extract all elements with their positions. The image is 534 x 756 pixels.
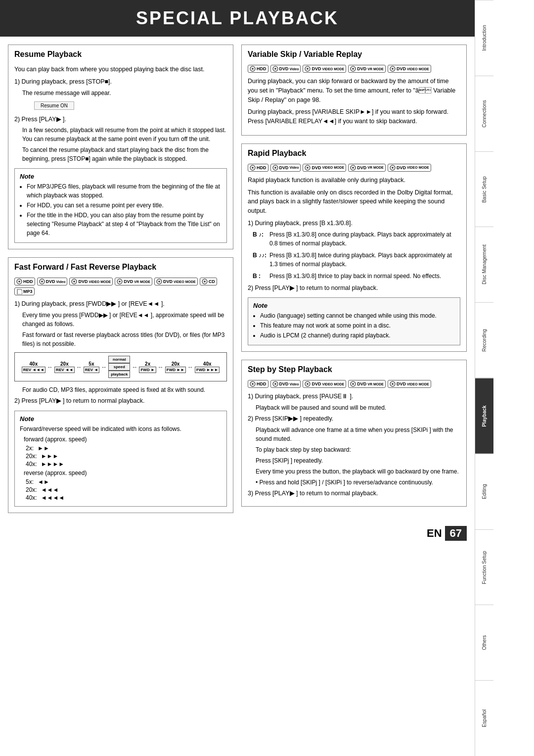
rp-note-2: This feature may not work at some point … — [260, 321, 455, 330]
resume-on-badge: Resume ON — [34, 101, 74, 110]
svg-point-9 — [158, 281, 160, 283]
svg-point-27 — [307, 167, 309, 169]
rp-intro2: This function is available only on discs… — [248, 188, 460, 216]
sbs-step2-sub4: Every time you press the button, the pla… — [256, 467, 460, 476]
vs-dvd-video-mode-badge: DVDVIDEO MODE — [303, 65, 346, 73]
sidebar-item-introduction[interactable]: Introduction — [475, 0, 493, 76]
ff-step1: 1) During playback, press [FWDD▶▶ ] or [… — [14, 299, 227, 309]
rp-b2-symbol: B ♪♪: — [253, 251, 267, 269]
sbs-step2-sub: Playback will advance one frame at a tim… — [256, 425, 460, 443]
cd-badge: CD — [200, 278, 217, 285]
vs-intro1: During playback, you can skip forward or… — [248, 77, 460, 104]
speed-40x-rev: 40x REV ◄◄◄ — [22, 361, 45, 373]
page-number: 67 — [445, 526, 467, 541]
ff-speed-forward-list: 2x: ►► 20x: ►►► 40x: ►►►► — [26, 445, 222, 468]
rp-b3-symbol: B : — [253, 272, 267, 281]
rp-b1-desc: Press [B x1.3/0.8] once during playback.… — [269, 230, 460, 248]
vs-dvd-video-badge: DVDVideo — [270, 65, 301, 73]
rp-b1-row: B ♪: Press [B x1.3/0.8] once during play… — [253, 230, 460, 248]
sidebar-item-recording[interactable]: Recording — [475, 302, 493, 378]
sbs-step1-sub: Playback will be paused and sound will b… — [256, 403, 460, 412]
svg-point-21 — [392, 68, 394, 70]
page-number-area: EN 67 — [0, 521, 475, 543]
variable-skip-title: Variable Skip / Variable Replay — [248, 50, 460, 61]
sidebar-item-others[interactable]: Others — [475, 605, 493, 680]
fast-forward-media-icons: HDD DVDVideo DVDVIDEO MODE DVDVR MODE DV… — [14, 278, 227, 295]
svg-point-13 — [252, 68, 254, 70]
rp-dvd-video-mode2-badge: DVDVIDEO MODE — [388, 164, 431, 172]
ff-note-box: Note Forward/reverse speed will be indic… — [14, 411, 227, 507]
step-by-step-section: Step by Step Playback HDD DVDVideo DVDVI… — [241, 360, 467, 506]
svg-point-19 — [352, 68, 354, 70]
speed-40x-fwd: 40x FWD ►►► — [195, 361, 220, 373]
sidebar-item-editing[interactable]: Editing — [475, 454, 493, 529]
sidebar-item-playback[interactable]: Playback — [475, 378, 493, 454]
rp-b3-row: B : Press [B x1.3/0.8] thrice to play ba… — [253, 272, 460, 281]
rp-dvd-video-badge: DVDVideo — [270, 164, 301, 172]
rp-note-3: Audio is LPCM (2 channel) during rapid p… — [260, 331, 455, 340]
speed-20x-fwd: 20x FWD ►► — [165, 361, 186, 373]
ff-5x-rev-icon: ◄► — [38, 478, 49, 485]
svg-point-31 — [392, 167, 394, 169]
svg-point-29 — [352, 167, 354, 169]
ff-step1-sub: Every time you press [FWDD▶▶ ] or [REVE◄… — [22, 311, 227, 329]
resume-note-box: Note For MP3/JPEG files, playback will r… — [14, 168, 227, 243]
ff-note-title: Note — [20, 415, 222, 423]
rp-note-box: Note Audio (language) setting cannot be … — [248, 297, 460, 345]
resume-note-list: For MP3/JPEG files, playback will resume… — [20, 182, 222, 237]
resume-note-3: For the title in the HDD, you can also p… — [27, 211, 222, 237]
ff-speed-reverse-list: 5x: ◄► 20x: ◄◄◄ 40x: ◄◄◄◄ — [26, 478, 222, 501]
ff-20x-rev-icon: ◄◄◄ — [41, 486, 59, 493]
ff-40x-label: 40x: — [26, 461, 37, 468]
svg-point-35 — [274, 383, 276, 385]
rp-step2: 2) Press [PLAY▶ ] to return to normal pl… — [248, 284, 460, 293]
svg-point-23 — [252, 167, 254, 169]
rapid-playback-title: Rapid Playback — [248, 149, 460, 160]
sbs-step2-sub2: To play back step by step backward: — [256, 445, 460, 454]
svg-point-7 — [119, 281, 121, 283]
vs-hdd-badge: HDD — [248, 65, 268, 73]
rp-note-1: Audio (language) setting cannot be chang… — [260, 311, 455, 320]
lang-label: EN — [427, 527, 442, 540]
sbs-step2-note: • Press and hold [SKIPj ] / [SKIPi ] to … — [256, 478, 460, 487]
dvd-video-badge: DVDVideo — [37, 278, 68, 285]
rp-hdd-badge: HDD — [248, 164, 268, 172]
sbs-step3: 3) Press [PLAY▶ ] to return to normal pl… — [248, 489, 460, 498]
svg-point-37 — [307, 383, 309, 385]
vs-intro2: During playback, press [VARIABLE SKIP►►]… — [248, 107, 460, 126]
vs-dvd-video-mode2-badge: DVDVIDEO MODE — [388, 65, 431, 73]
ff-step2: 2) Press [PLAY▶ ] to return to normal pl… — [14, 396, 227, 406]
sidebar-item-espanol[interactable]: Español — [475, 680, 493, 756]
speed-20x-rev: 20x REV ◄◄ — [54, 361, 75, 373]
page-title: SPECIAL PLAYBACK — [0, 0, 475, 37]
resume-step2-detail: In a few seconds, playback will resume f… — [22, 126, 227, 143]
svg-point-33 — [252, 383, 254, 385]
rp-intro1: Rapid playback function is available onl… — [248, 176, 460, 185]
svg-point-15 — [274, 68, 276, 70]
step-by-step-title: Step by Step Playback — [248, 365, 460, 376]
ff-reverse-label: reverse (approx. speed) — [24, 469, 222, 477]
rp-b2-row: B ♪♪: Press [B x1.3/0.8] twice during pl… — [253, 251, 460, 269]
sidebar-item-disc-management[interactable]: Disc Management — [475, 227, 493, 302]
sidebar-item-function-setup[interactable]: Function Setup — [475, 529, 493, 605]
vs-dvd-vr-badge: DVDVR MODE — [348, 65, 386, 73]
sbs-dvd-video-mode2-badge: DVDVIDEO MODE — [388, 380, 431, 388]
sidebar-item-connections[interactable]: Connections — [475, 76, 493, 151]
rp-step1: 1) During playback, press [B x1.3/0.8]. — [248, 219, 460, 228]
resume-step1-sub: The resume message will appear. — [22, 89, 227, 97]
resume-step1: 1) During playback, press [STOP■]. — [14, 77, 227, 87]
ff-20x-icon: ►►► — [41, 453, 59, 460]
ff-forward-label: forward (approx. speed) — [24, 435, 222, 444]
ff-40x-rev-label: 40x: — [26, 494, 37, 501]
variable-skip-section: Variable Skip / Variable Replay HDD DVDV… — [241, 45, 467, 136]
rp-b1-symbol: B ♪: — [253, 230, 267, 248]
sbs-dvd-vr-badge: DVDVR MODE — [348, 380, 386, 388]
ff-2x-icon: ►► — [38, 445, 49, 452]
sbs-hdd-badge: HDD — [248, 380, 268, 388]
hdd-badge: HDD — [14, 278, 35, 285]
speed-normal: normal speed playback — [108, 356, 130, 378]
ff-audio-note: For audio CD, MP3 files, approximate spe… — [22, 385, 227, 394]
rp-dvd-vr-badge: DVDVR MODE — [348, 164, 386, 172]
sidebar-item-basic-setup[interactable]: Basic Setup — [475, 151, 493, 227]
rp-note-list: Audio (language) setting cannot be chang… — [253, 311, 455, 340]
